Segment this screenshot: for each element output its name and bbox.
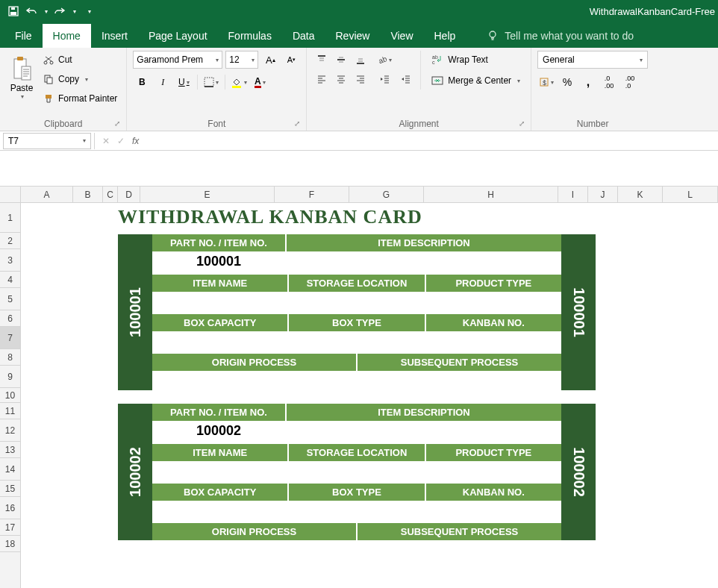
row-header[interactable]: 6: [0, 310, 20, 327]
cut-button[interactable]: Cut: [40, 51, 120, 69]
bold-button[interactable]: B: [133, 73, 151, 91]
merge-center-button[interactable]: Merge & Center ▾: [427, 72, 525, 90]
row-header[interactable]: 8: [0, 349, 20, 366]
dialog-launcher-icon[interactable]: ⤢: [294, 119, 300, 128]
decrease-decimal-button[interactable]: .00.0: [621, 73, 639, 91]
tab-file[interactable]: File: [4, 24, 43, 48]
row-header[interactable]: 10: [0, 388, 20, 403]
undo-dropdown-icon[interactable]: ▾: [45, 8, 48, 15]
value-product-type[interactable]: [426, 292, 561, 311]
column-header[interactable]: I: [558, 187, 588, 202]
decrease-indent-button[interactable]: [375, 70, 393, 88]
decrease-font-button[interactable]: A▾: [282, 51, 300, 69]
select-all-corner[interactable]: [0, 187, 21, 203]
value-item-name[interactable]: [152, 292, 289, 311]
row-header[interactable]: 14: [0, 458, 20, 481]
column-header[interactable]: C: [103, 187, 118, 202]
align-top-button[interactable]: [313, 51, 331, 69]
align-left-button[interactable]: [313, 70, 331, 88]
tab-review[interactable]: Review: [325, 24, 381, 48]
value-item-desc[interactable]: [287, 421, 561, 441]
tab-page-layout[interactable]: Page Layout: [138, 24, 218, 48]
increase-font-button[interactable]: A▴: [261, 51, 279, 69]
value-item-name[interactable]: [152, 461, 289, 481]
row-header[interactable]: 5: [0, 288, 20, 310]
enter-icon[interactable]: ✓: [117, 136, 125, 146]
row-header[interactable]: 3: [0, 249, 20, 272]
font-size-select[interactable]: 12▾: [225, 51, 258, 69]
dialog-launcher-icon[interactable]: ⤢: [519, 119, 525, 128]
cells-area[interactable]: WITHDRAWAL KANBAN CARD 100001 PART NO. /…: [21, 203, 718, 588]
number-format-select[interactable]: General▾: [537, 51, 648, 69]
fill-color-button[interactable]: ▾: [230, 73, 248, 91]
tell-me-search[interactable]: Tell me what you want to do: [476, 24, 644, 48]
dialog-launcher-icon[interactable]: ⤢: [114, 119, 120, 128]
tab-insert[interactable]: Insert: [91, 24, 138, 48]
cancel-icon[interactable]: ✕: [102, 136, 110, 146]
column-header[interactable]: G: [349, 187, 424, 202]
paste-button[interactable]: Paste ▾: [6, 51, 37, 104]
percent-button[interactable]: %: [558, 73, 576, 91]
column-header[interactable]: J: [588, 187, 618, 202]
value-item-desc[interactable]: [287, 251, 561, 272]
row-header[interactable]: 9: [0, 366, 20, 388]
row-header[interactable]: 12: [0, 419, 20, 442]
value-storage[interactable]: [289, 292, 425, 311]
column-header[interactable]: H: [424, 187, 558, 202]
italic-button[interactable]: I: [154, 73, 172, 91]
underline-button[interactable]: U▾: [175, 73, 193, 91]
borders-button[interactable]: ▾: [202, 73, 220, 91]
accounting-format-button[interactable]: $▾: [537, 73, 555, 91]
tab-formulas[interactable]: Formulas: [218, 24, 282, 48]
redo-dropdown-icon[interactable]: ▾: [73, 8, 76, 15]
copy-button[interactable]: Copy ▾: [40, 70, 120, 88]
row-header[interactable]: 2: [0, 233, 20, 249]
row-header[interactable]: 11: [0, 403, 20, 419]
align-bottom-button[interactable]: [352, 51, 369, 69]
column-header[interactable]: F: [275, 187, 349, 202]
font-name-select[interactable]: Garamond Prem▾: [133, 51, 222, 69]
row-header[interactable]: 1: [0, 203, 20, 233]
value-kanban-no[interactable]: [426, 331, 561, 351]
align-center-button[interactable]: [332, 70, 350, 88]
save-icon[interactable]: [7, 5, 19, 17]
increase-indent-button[interactable]: [396, 70, 414, 88]
tab-help[interactable]: Help: [424, 24, 466, 48]
increase-decimal-button[interactable]: .0.00: [600, 73, 618, 91]
row-header[interactable]: 17: [0, 519, 20, 536]
value-box-type[interactable]: [289, 501, 425, 520]
qat-customize-icon[interactable]: ▾: [88, 8, 91, 15]
font-color-button[interactable]: A▾: [251, 73, 269, 91]
column-header[interactable]: K: [618, 187, 663, 202]
value-kanban-no[interactable]: [426, 501, 561, 520]
comma-button[interactable]: ,: [579, 73, 597, 91]
value-box-capacity[interactable]: [152, 331, 289, 351]
value-origin[interactable]: [152, 371, 358, 390]
formula-input[interactable]: [146, 133, 718, 149]
row-header[interactable]: 4: [0, 272, 20, 288]
wrap-text-button[interactable]: abc Wrap Text: [427, 51, 525, 69]
value-box-type[interactable]: [289, 331, 425, 351]
tab-home[interactable]: Home: [43, 24, 91, 48]
column-header[interactable]: A: [21, 187, 73, 202]
value-product-type[interactable]: [426, 461, 561, 481]
undo-icon[interactable]: [25, 5, 37, 17]
format-painter-button[interactable]: Format Painter: [40, 90, 120, 107]
value-part-no[interactable]: 100001: [152, 251, 287, 272]
value-storage[interactable]: [289, 461, 425, 481]
name-box[interactable]: T7▾: [3, 133, 91, 149]
value-part-no[interactable]: 100002: [152, 421, 287, 441]
row-header[interactable]: 15: [0, 481, 20, 497]
orientation-button[interactable]: ab▾: [375, 51, 393, 69]
tab-data[interactable]: Data: [282, 24, 325, 48]
fx-icon[interactable]: fx: [132, 136, 139, 146]
align-middle-button[interactable]: [332, 51, 350, 69]
column-header[interactable]: L: [663, 187, 718, 202]
value-subsequent[interactable]: [358, 371, 561, 390]
tab-view[interactable]: View: [380, 24, 423, 48]
row-header[interactable]: 7: [0, 327, 20, 349]
column-header[interactable]: D: [118, 187, 140, 202]
column-header[interactable]: E: [140, 187, 275, 202]
row-header[interactable]: 16: [0, 497, 20, 519]
value-box-capacity[interactable]: [152, 501, 289, 520]
